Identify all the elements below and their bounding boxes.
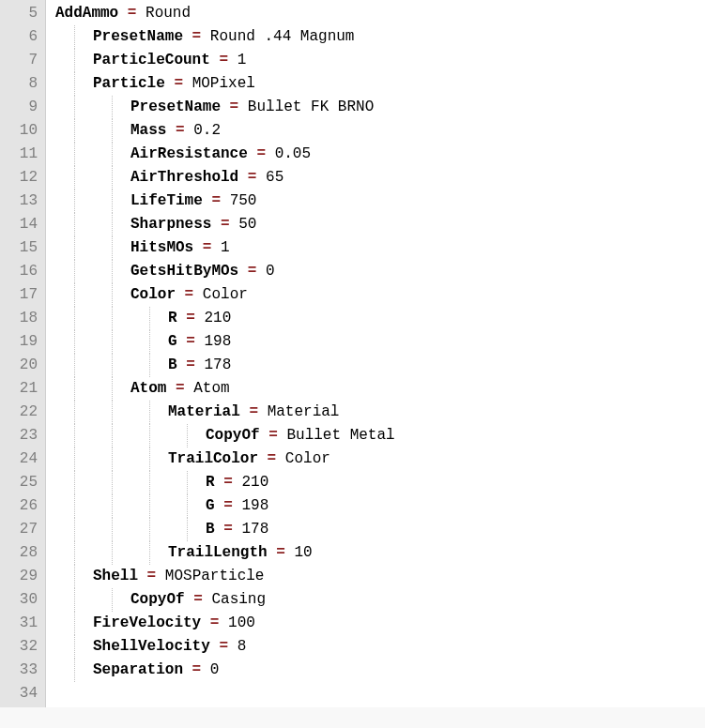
code-text: CopyOf = Casing: [55, 591, 266, 608]
code-line[interactable]: HitsMOs = 1: [55, 236, 705, 260]
code-text: PresetName = Bullet FK BRNO: [55, 99, 374, 115]
code-line[interactable]: Material = Material: [55, 401, 705, 424]
code-line[interactable]: [55, 682, 705, 705]
code-text: AirResistance = 0.05: [55, 145, 311, 162]
line-number: 32: [4, 635, 38, 659]
line-number: 9: [4, 96, 38, 119]
code-text: AddAmmo = Round: [55, 5, 191, 22]
code-text: G = 198: [55, 333, 231, 350]
line-number: 26: [4, 494, 38, 518]
line-number: 18: [4, 307, 38, 330]
code-text: HitsMOs = 1: [55, 239, 230, 256]
line-number: 17: [4, 283, 38, 307]
line-number: 29: [4, 565, 38, 588]
code-text: B = 178: [55, 356, 231, 373]
code-text: TrailColor = Color: [55, 450, 330, 467]
line-number: 22: [4, 401, 38, 424]
line-number: 31: [4, 612, 38, 635]
code-line[interactable]: B = 178: [55, 354, 705, 377]
code-line[interactable]: PresetName = Bullet FK BRNO: [55, 96, 705, 119]
line-number: 19: [4, 330, 38, 354]
line-number: 25: [4, 471, 38, 494]
code-text: ShellVelocity = 8: [55, 638, 246, 655]
code-line[interactable]: CopyOf = Casing: [55, 588, 705, 612]
code-line[interactable]: PresetName = Round .44 Magnum: [55, 25, 705, 49]
code-line[interactable]: AirResistance = 0.05: [55, 143, 705, 166]
code-line[interactable]: GetsHitByMOs = 0: [55, 260, 705, 283]
line-number: 13: [4, 190, 38, 213]
code-line[interactable]: Sharpness = 50: [55, 213, 705, 236]
code-line[interactable]: CopyOf = Bullet Metal: [55, 424, 705, 447]
code-line[interactable]: G = 198: [55, 494, 705, 518]
code-text: Material = Material: [55, 403, 339, 420]
line-number: 5: [4, 2, 38, 25]
code-text: R = 210: [55, 474, 268, 491]
code-text: TrailLength = 10: [55, 544, 313, 561]
code-text: ParticleCount = 1: [55, 52, 246, 68]
code-text: B = 178: [55, 521, 268, 538]
line-number: 12: [4, 166, 38, 190]
line-number: 6: [4, 25, 38, 49]
line-number: 28: [4, 541, 38, 565]
code-line[interactable]: B = 178: [55, 518, 705, 541]
code-text: PresetName = Round .44 Magnum: [55, 28, 354, 45]
code-text: LifeTime = 750: [55, 192, 256, 209]
code-text: FireVelocity = 100: [55, 614, 255, 631]
code-text: Separation = 0: [55, 661, 219, 678]
code-line[interactable]: ShellVelocity = 8: [55, 635, 705, 659]
line-number: 30: [4, 588, 38, 612]
line-number: 21: [4, 377, 38, 401]
code-text: GetsHitByMOs = 0: [55, 263, 275, 280]
code-text: G = 198: [55, 497, 268, 514]
code-line[interactable]: G = 198: [55, 330, 705, 354]
code-line[interactable]: TrailLength = 10: [55, 541, 705, 565]
code-line[interactable]: Color = Color: [55, 283, 705, 307]
code-text: Mass = 0.2: [55, 122, 221, 139]
code-line[interactable]: AddAmmo = Round: [55, 2, 705, 25]
line-number: 33: [4, 659, 38, 682]
code-text: R = 210: [55, 310, 231, 326]
line-number: 8: [4, 72, 38, 96]
code-text: Atom = Atom: [55, 380, 230, 397]
line-number: 15: [4, 236, 38, 260]
code-line[interactable]: FireVelocity = 100: [55, 612, 705, 635]
code-area[interactable]: AddAmmo = RoundPresetName = Round .44 Ma…: [46, 0, 705, 707]
code-line[interactable]: Shell = MOSParticle: [55, 565, 705, 588]
code-text: Color = Color: [55, 286, 248, 303]
code-text: Particle = MOPixel: [55, 75, 255, 92]
line-number-gutter: 5678910111213141516171819202122232425262…: [0, 0, 46, 707]
line-number: 14: [4, 213, 38, 236]
line-number: 7: [4, 49, 38, 72]
code-line[interactable]: Particle = MOPixel: [55, 72, 705, 96]
line-number: 27: [4, 518, 38, 541]
code-line[interactable]: AirThreshold = 65: [55, 166, 705, 190]
code-line[interactable]: LifeTime = 750: [55, 190, 705, 213]
line-number: 16: [4, 260, 38, 283]
code-line[interactable]: Atom = Atom: [55, 377, 705, 401]
line-number: 23: [4, 424, 38, 447]
code-line[interactable]: Mass = 0.2: [55, 119, 705, 143]
code-text: CopyOf = Bullet Metal: [55, 427, 395, 444]
line-number: 34: [4, 682, 38, 705]
code-line[interactable]: R = 210: [55, 307, 705, 330]
line-number: 24: [4, 447, 38, 471]
code-line[interactable]: TrailColor = Color: [55, 447, 705, 471]
code-editor[interactable]: 5678910111213141516171819202122232425262…: [0, 0, 705, 707]
line-number: 11: [4, 143, 38, 166]
line-number: 20: [4, 354, 38, 377]
code-line[interactable]: R = 210: [55, 471, 705, 494]
code-text: AirThreshold = 65: [55, 169, 284, 186]
code-text: Sharpness = 50: [55, 216, 256, 233]
line-number: 10: [4, 119, 38, 143]
code-line[interactable]: Separation = 0: [55, 659, 705, 682]
code-line[interactable]: ParticleCount = 1: [55, 49, 705, 72]
code-text: Shell = MOSParticle: [55, 568, 264, 584]
